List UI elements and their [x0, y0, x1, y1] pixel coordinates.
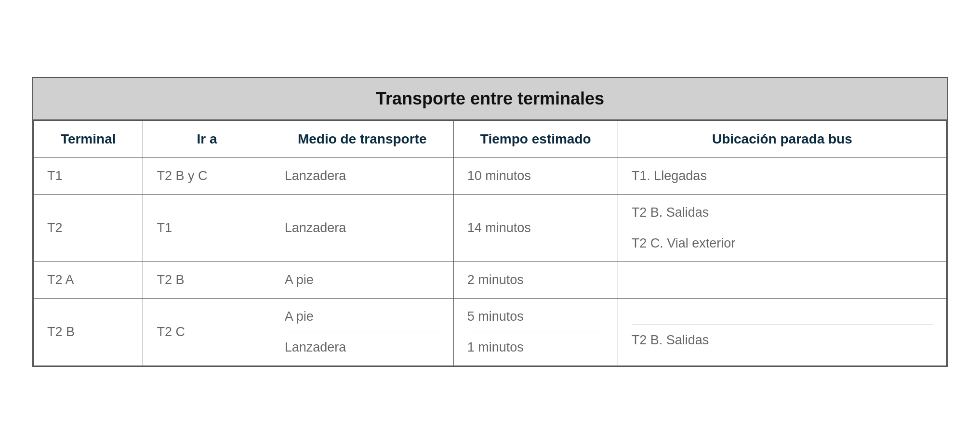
cell-medio: A pie: [271, 262, 453, 299]
medio-sub-bottom: Lanzadera: [285, 332, 440, 366]
cell-tiempo: 2 minutos: [453, 262, 618, 299]
cell-medio: Lanzadera: [271, 195, 453, 262]
header-ubicacion: Ubicación parada bus: [618, 121, 946, 158]
ubicacion-sub-top: T2 B. Salidas: [632, 195, 933, 228]
cell-terminal: T1: [34, 158, 143, 195]
header-row: Terminal Ir a Medio de transporte Tiempo…: [34, 121, 947, 158]
table-row: T2 B T2 C A pie Lanzadera 5 minutos 1 mi…: [34, 299, 947, 366]
transport-table-container: Transporte entre terminales Terminal Ir …: [32, 77, 948, 367]
cell-tiempo-stacked: 5 minutos 1 minutos: [453, 299, 618, 366]
cell-ubicacion: [618, 262, 946, 299]
cell-ubicacion: T1. Llegadas: [618, 158, 946, 195]
medio-sub-top: A pie: [285, 299, 440, 332]
ubicacion-sub-bottom: T2 C. Vial exterior: [632, 228, 933, 261]
cell-terminal: T2 A: [34, 262, 143, 299]
header-medio: Medio de transporte: [271, 121, 453, 158]
cell-tiempo: 10 minutos: [453, 158, 618, 195]
table-title: Transporte entre terminales: [33, 78, 947, 120]
cell-terminal: T2 B: [34, 299, 143, 366]
cell-medio-stacked: A pie Lanzadera: [271, 299, 453, 366]
cell-terminal: T2: [34, 195, 143, 262]
table-row: T1 T2 B y C Lanzadera 10 minutos T1. Lle…: [34, 158, 947, 195]
cell-tiempo: 14 minutos: [453, 195, 618, 262]
cell-ir-a: T1: [143, 195, 271, 262]
header-ir-a: Ir a: [143, 121, 271, 158]
ubicacion-sub-top: [632, 306, 933, 325]
tiempo-sub-top: 5 minutos: [467, 299, 604, 332]
cell-ir-a: T2 C: [143, 299, 271, 366]
cell-ubicacion-stacked: T2 B. Salidas T2 C. Vial exterior: [618, 195, 946, 262]
tiempo-sub-bottom: 1 minutos: [467, 332, 604, 366]
cell-ir-a: T2 B: [143, 262, 271, 299]
transport-table: Terminal Ir a Medio de transporte Tiempo…: [33, 120, 947, 366]
cell-medio: Lanzadera: [271, 158, 453, 195]
cell-ir-a: T2 B y C: [143, 158, 271, 195]
cell-ubicacion-stacked: T2 B. Salidas: [618, 299, 946, 366]
ubicacion-sub-bottom: T2 B. Salidas: [632, 325, 933, 358]
table-row: T2 T1 Lanzadera 14 minutos T2 B. Salidas…: [34, 195, 947, 262]
header-terminal: Terminal: [34, 121, 143, 158]
header-tiempo: Tiempo estimado: [453, 121, 618, 158]
table-row: T2 A T2 B A pie 2 minutos: [34, 262, 947, 299]
